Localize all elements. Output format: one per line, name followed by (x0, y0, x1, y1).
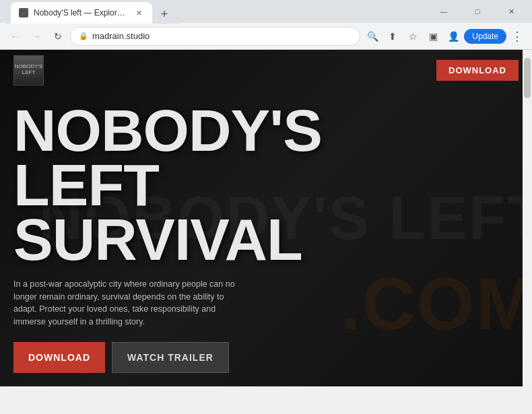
active-tab[interactable]: Nobody'S left — Explore, Build ... ✕ (11, 2, 152, 24)
game-title: NOBODY'S LEFT SURVIVAL (13, 104, 296, 267)
browser-toolbar: ← → ↻ 🔒 madrain.studio 🔍 ⬆ ☆ ▣ 👤 Update … (0, 23, 532, 50)
logo-text: NOBODY'SLEFT (13, 63, 44, 77)
title-line1: NOBODY'S (13, 104, 296, 158)
tab-favicon (19, 8, 28, 18)
url-text: madrain.studio (92, 31, 149, 41)
scrollbar[interactable] (523, 50, 532, 386)
site-logo: NOBODY'SLEFT (13, 55, 44, 85)
nav-download-button[interactable]: DOWNLOAD (436, 60, 519, 81)
profile-icon-btn[interactable]: 👤 (444, 27, 463, 46)
download-button[interactable]: DOWNLOAD (13, 342, 105, 373)
watch-trailer-button[interactable]: WATCH TRAILER (112, 342, 229, 373)
reload-button[interactable]: ↻ (48, 27, 67, 46)
back-button[interactable]: ← (5, 27, 24, 46)
share-icon-btn[interactable]: ⬆ (383, 27, 402, 46)
site-nav: NOBODY'SLEFT DOWNLOAD (0, 50, 532, 90)
cta-buttons: DOWNLOAD WATCH TRAILER (13, 342, 519, 373)
address-bar[interactable]: 🔒 madrain.studio (70, 27, 360, 46)
game-description: In a post-war apocalyptic city where ord… (13, 278, 242, 329)
lock-icon: 🔒 (79, 32, 88, 40)
sidebar-icon-btn[interactable]: ▣ (424, 27, 442, 46)
toolbar-icons: 🔍 ⬆ ☆ ▣ 👤 Update ⋮ (363, 27, 527, 46)
title-line2: LEFT (13, 158, 296, 213)
main-content: NOBODY'S LEFT SURVIVAL In a post-war apo… (13, 90, 519, 386)
tab-title: Nobody'S left — Explore, Build ... (34, 8, 128, 18)
logo-inner: NOBODY'SLEFT (14, 56, 43, 85)
website-content: NOBODY'S LEFT .COM NOBODY'SLEFT DOWNLOAD… (0, 50, 532, 386)
update-button[interactable]: Update (464, 29, 506, 44)
search-icon-btn[interactable]: 🔍 (363, 27, 382, 46)
window-minimize-btn[interactable]: — (428, 2, 459, 21)
window-close-btn[interactable]: ✕ (496, 2, 527, 21)
forward-button[interactable]: → (27, 27, 46, 46)
bookmark-icon-btn[interactable]: ☆ (403, 27, 422, 46)
menu-button[interactable]: ⋮ (508, 27, 527, 46)
tab-close-btn[interactable]: ✕ (133, 7, 144, 18)
window-maximize-btn[interactable]: □ (462, 2, 493, 21)
new-tab-button[interactable]: + (155, 5, 174, 24)
title-line3: SURVIVAL (13, 213, 296, 267)
